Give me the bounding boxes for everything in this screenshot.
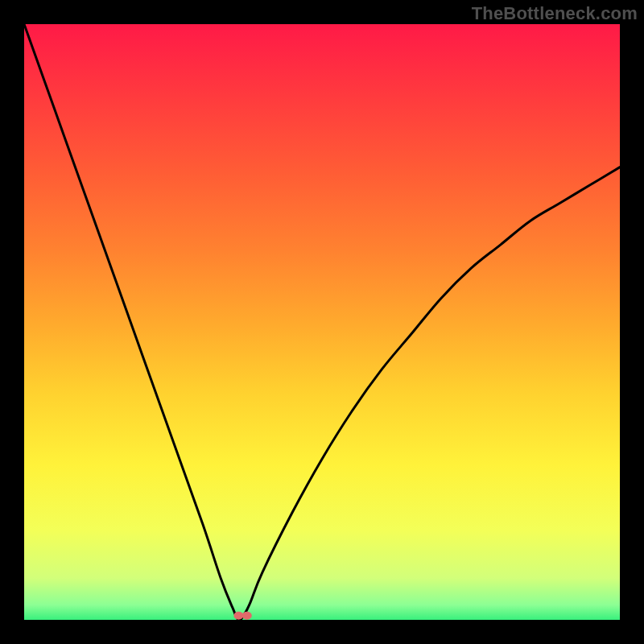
marker-dot — [242, 612, 252, 620]
chart-container: { "watermark": "TheBottleneck.com", "col… — [0, 0, 644, 644]
bottleneck-chart — [0, 0, 644, 644]
plot-background — [24, 24, 620, 620]
marker-dot — [233, 612, 243, 620]
watermark-text: TheBottleneck.com — [472, 3, 638, 24]
